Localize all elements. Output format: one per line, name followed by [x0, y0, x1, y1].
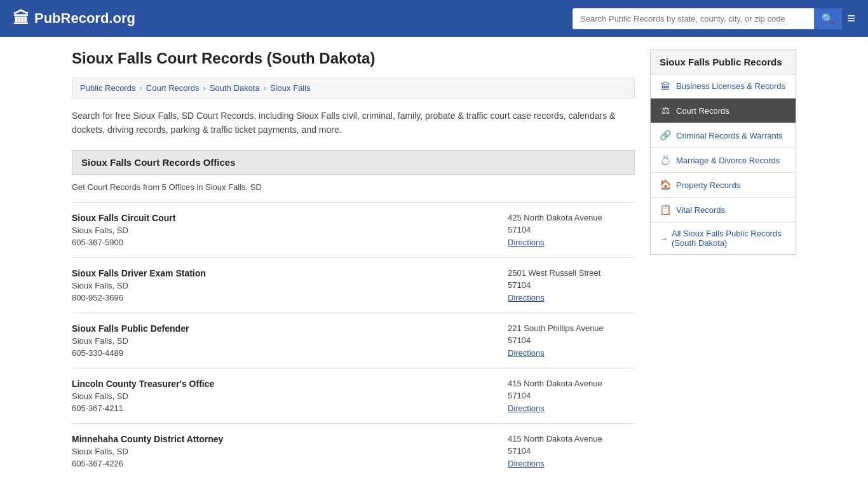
content-area: Sioux Falls Court Records (South Dakota)… [72, 50, 635, 478]
sidebar-title: Sioux Falls Public Records [650, 50, 796, 74]
office-right-4: 415 North Dakota Avenue 57104 Directions [508, 434, 635, 468]
header-right: 🔍 ≡ [573, 8, 855, 29]
office-name: Lincoln County Treasurer's Office [72, 379, 214, 389]
site-header: 🏛 PubRecord.org 🔍 ≡ [0, 0, 868, 37]
menu-item-label-0: Business Licenses & Records [676, 81, 785, 91]
office-left-3: Lincoln County Treasurer's Office Sioux … [72, 379, 214, 413]
site-logo[interactable]: 🏛 PubRecord.org [13, 9, 135, 29]
menu-item-label-1: Court Records [676, 106, 729, 116]
menu-item-icon-2: 🔗 [660, 130, 671, 141]
section-header: Sioux Falls Court Records Offices [72, 150, 635, 175]
office-address: 415 North Dakota Avenue [508, 434, 635, 444]
office-name: Sioux Falls Circuit Court [72, 213, 175, 223]
directions-link[interactable]: Directions [508, 403, 545, 413]
office-phone: 605-367-4211 [72, 403, 214, 413]
search-icon: 🔍 [822, 13, 834, 24]
breadcrumb-sep-2: › [203, 83, 206, 93]
logo-icon: 🏛 [13, 9, 29, 29]
menu-item-icon-1: ⚖ [660, 105, 671, 116]
breadcrumb-sep-1: › [139, 83, 142, 93]
sidebar-item-criminal-records-warrants: 🔗 Criminal Records & Warrants [651, 123, 796, 148]
menu-item-label-2: Criminal Records & Warrants [676, 131, 783, 140]
directions-link[interactable]: Directions [508, 348, 545, 358]
office-right-3: 415 North Dakota Avenue 57104 Directions [508, 379, 635, 413]
office-address: 221 South Phillips Avenue [508, 323, 635, 333]
office-zip: 57104 [508, 391, 635, 400]
office-phone: 605-330-4489 [72, 348, 189, 358]
sidebar-link-4[interactable]: 🏠 Property Records [651, 173, 796, 197]
menu-item-icon-4: 🏠 [660, 179, 671, 191]
breadcrumb: Public Records › Court Records › South D… [72, 78, 635, 98]
page-title: Sioux Falls Court Records (South Dakota) [72, 50, 635, 67]
office-left-4: Minnehaha County District Attorney Sioux… [72, 434, 223, 468]
sidebar-item-marriage-divorce-records: 💍 Marriage & Divorce Records [651, 148, 796, 173]
menu-item-label-4: Property Records [676, 180, 740, 190]
main-container: Sioux Falls Court Records (South Dakota)… [59, 37, 809, 488]
menu-button[interactable]: ≡ [847, 11, 855, 25]
table-row: Sioux Falls Circuit Court Sioux Falls, S… [72, 202, 635, 257]
office-city: Sioux Falls, SD [72, 447, 223, 456]
search-wrapper: 🔍 [573, 8, 842, 29]
sidebar-link-1[interactable]: ⚖ Court Records [651, 98, 796, 123]
page-description: Search for free Sioux Falls, SD Court Re… [72, 109, 635, 137]
sidebar-link-3[interactable]: 💍 Marriage & Divorce Records [651, 148, 796, 172]
office-city: Sioux Falls, SD [72, 226, 175, 235]
menu-item-icon-5: 📋 [660, 204, 671, 215]
sidebar-all-label: All Sioux Falls Public Records (South Da… [672, 229, 787, 248]
sidebar-item-court-records: ⚖ Court Records [651, 98, 796, 123]
sidebar-item-property-records: 🏠 Property Records [651, 173, 796, 198]
office-right-1: 2501 West Russell Street 57104 Direction… [508, 268, 635, 302]
search-input[interactable] [573, 10, 814, 28]
office-left-0: Sioux Falls Circuit Court Sioux Falls, S… [72, 213, 175, 247]
search-button[interactable]: 🔍 [814, 8, 842, 29]
office-left-2: Sioux Falls Public Defender Sioux Falls,… [72, 323, 189, 358]
table-row: Minnehaha County District Attorney Sioux… [72, 423, 635, 478]
office-name: Sioux Falls Public Defender [72, 323, 189, 334]
table-row: Sioux Falls Public Defender Sioux Falls,… [72, 313, 635, 368]
office-city: Sioux Falls, SD [72, 336, 189, 346]
office-address: 2501 West Russell Street [508, 268, 635, 278]
menu-item-label-3: Marriage & Divorce Records [676, 156, 780, 165]
office-zip: 57104 [508, 446, 635, 456]
office-phone: 800-952-3696 [72, 293, 206, 302]
arrow-icon: → [660, 234, 668, 243]
office-zip: 57104 [508, 280, 635, 290]
table-row: Sioux Falls Driver Exam Station Sioux Fa… [72, 257, 635, 313]
breadcrumb-south-dakota[interactable]: South Dakota [210, 83, 260, 93]
office-address: 425 North Dakota Avenue [508, 213, 635, 222]
breadcrumb-public-records[interactable]: Public Records [80, 83, 135, 93]
office-city: Sioux Falls, SD [72, 391, 214, 401]
offices-list: Sioux Falls Circuit Court Sioux Falls, S… [72, 202, 635, 478]
office-city: Sioux Falls, SD [72, 281, 206, 290]
office-name: Minnehaha County District Attorney [72, 434, 223, 444]
office-zip: 57104 [508, 225, 635, 234]
directions-link[interactable]: Directions [508, 238, 545, 247]
breadcrumb-court-records[interactable]: Court Records [146, 83, 200, 93]
office-zip: 57104 [508, 336, 635, 345]
menu-item-label-5: Vital Records [676, 205, 725, 215]
logo-text: PubRecord.org [34, 10, 135, 27]
office-phone: 605-367-4226 [72, 459, 223, 468]
breadcrumb-sioux-falls[interactable]: Sioux Falls [270, 83, 311, 93]
office-name: Sioux Falls Driver Exam Station [72, 268, 206, 278]
office-right-0: 425 North Dakota Avenue 57104 Directions [508, 213, 635, 247]
sidebar-link-5[interactable]: 📋 Vital Records [651, 198, 796, 222]
office-phone: 605-367-5900 [72, 238, 175, 247]
breadcrumb-sep-3: › [264, 83, 266, 93]
sidebar-menu: 🏛 Business Licenses & Records ⚖ Court Re… [650, 74, 796, 222]
offices-count: Get Court Records from 5 Offices in Siou… [72, 182, 635, 192]
menu-item-icon-3: 💍 [660, 154, 671, 166]
sidebar-link-2[interactable]: 🔗 Criminal Records & Warrants [651, 123, 796, 147]
sidebar: Sioux Falls Public Records 🏛 Business Li… [650, 50, 796, 478]
sidebar-link-0[interactable]: 🏛 Business Licenses & Records [651, 74, 796, 98]
table-row: Lincoln County Treasurer's Office Sioux … [72, 368, 635, 423]
directions-link[interactable]: Directions [508, 293, 545, 302]
directions-link[interactable]: Directions [508, 459, 545, 468]
menu-icon: ≡ [847, 10, 855, 26]
office-address: 415 North Dakota Avenue [508, 379, 635, 388]
menu-item-icon-0: 🏛 [660, 81, 671, 92]
office-left-1: Sioux Falls Driver Exam Station Sioux Fa… [72, 268, 206, 302]
office-right-2: 221 South Phillips Avenue 57104 Directio… [508, 323, 635, 358]
sidebar-all-records-link[interactable]: → All Sioux Falls Public Records (South … [650, 222, 796, 255]
sidebar-item-vital-records: 📋 Vital Records [651, 198, 796, 222]
